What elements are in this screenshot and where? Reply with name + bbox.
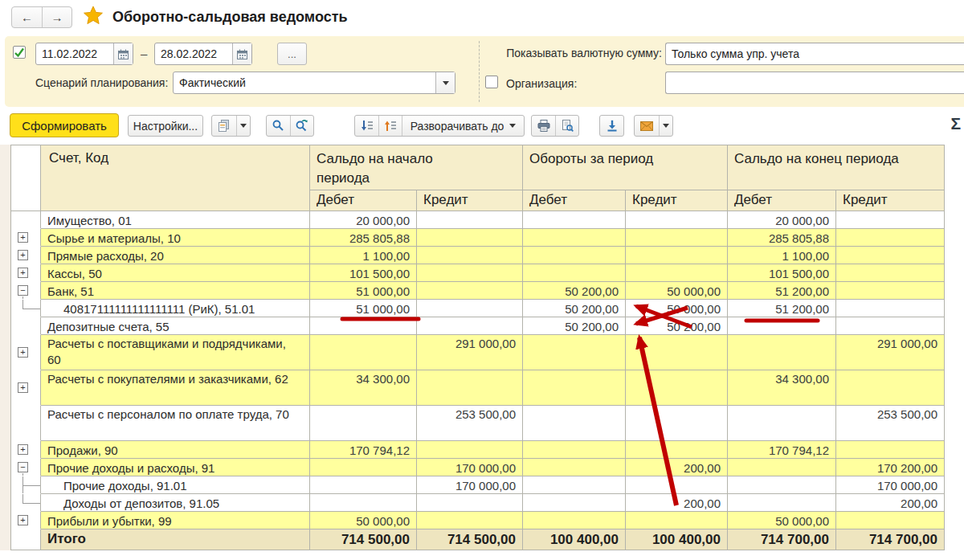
subheader-debit[interactable]: Дебет (523, 190, 626, 211)
forward-button[interactable]: → (42, 7, 71, 27)
cell-balance-end-debit[interactable]: 20 000,00 (728, 211, 836, 229)
cell-turnover-debit[interactable] (523, 476, 626, 494)
cell-balance-end-debit[interactable] (728, 476, 836, 494)
cell-turnover-credit[interactable]: 50 200,00 (626, 317, 728, 335)
account-cell[interactable]: Прибыли и убытки, 99 (41, 512, 310, 529)
report-variants-dropdown[interactable] (236, 116, 250, 136)
cell-balance-end-credit[interactable] (836, 317, 945, 335)
period-checkbox[interactable] (13, 46, 26, 59)
cell-balance-start-debit[interactable]: 20 000,00 (310, 211, 417, 229)
cell-balance-start-debit[interactable]: 101 500,00 (310, 264, 417, 282)
cell-balance-start-debit[interactable] (310, 476, 417, 494)
cell-turnover-debit[interactable] (523, 211, 626, 229)
cell-balance-end-credit[interactable] (836, 247, 945, 264)
column-header-account[interactable]: Счет, Код (41, 145, 310, 211)
print-preview-icon[interactable] (555, 116, 578, 136)
autosum-button[interactable]: Σ (950, 114, 961, 133)
account-cell[interactable]: Прочие доходы и расходы, 91 (41, 459, 310, 476)
cell-balance-start-credit[interactable] (417, 370, 523, 406)
cell-balance-end-credit[interactable]: 200,00 (836, 494, 945, 512)
currency-select[interactable]: Только сумма упр. учета (665, 43, 964, 65)
cell-balance-end-credit[interactable]: 291 000,00 (836, 335, 945, 370)
cell-turnover-credit[interactable] (626, 335, 728, 370)
account-cell[interactable]: Банк, 51 (41, 282, 310, 300)
collapse-toggle-icon[interactable]: − (18, 462, 28, 472)
account-cell[interactable]: 40817111111111111111 (РиК), 51.01 (41, 300, 310, 317)
account-cell[interactable]: Сырье и материалы, 10 (41, 229, 310, 247)
cell-balance-end-debit[interactable]: 285 805,88 (728, 229, 836, 247)
cell-balance-start-debit[interactable]: 1 100,00 (310, 247, 417, 264)
cell-balance-end-credit[interactable] (836, 264, 945, 282)
expand-toggle-icon[interactable]: + (18, 347, 28, 358)
cell-balance-end-debit[interactable]: 51 200,00 (728, 300, 836, 317)
cell-turnover-credit[interactable]: 100 400,00 (626, 529, 728, 550)
cell-turnover-credit[interactable] (626, 211, 728, 229)
period-more-button[interactable]: ... (277, 43, 307, 65)
account-cell[interactable]: Расчеты с покупателями и заказчиками, 62 (41, 370, 310, 406)
cell-turnover-credit[interactable]: 50 000,00 (626, 300, 728, 317)
calendar-icon[interactable] (232, 43, 251, 64)
print-icon[interactable] (532, 116, 555, 136)
cell-balance-start-debit[interactable]: 170 794,12 (310, 441, 417, 459)
email-dropdown[interactable] (659, 116, 672, 136)
cell-balance-start-credit[interactable]: 291 000,00 (417, 335, 523, 370)
cell-balance-start-debit[interactable] (310, 335, 417, 370)
scenario-select[interactable]: Фактический (173, 72, 455, 94)
cell-balance-end-credit[interactable]: 714 700,00 (836, 529, 945, 550)
cell-turnover-debit[interactable] (523, 370, 626, 406)
cell-turnover-credit[interactable] (626, 370, 728, 406)
collapse-toggle-icon[interactable]: − (18, 285, 28, 296)
cell-turnover-credit[interactable] (626, 406, 728, 441)
subheader-credit[interactable]: Кредит (836, 190, 945, 211)
cell-balance-start-credit[interactable] (417, 264, 523, 282)
cell-balance-start-credit[interactable]: 170 000,00 (417, 476, 523, 494)
cell-balance-start-debit[interactable]: 714 500,00 (310, 529, 417, 550)
group-header-balance-start[interactable]: Сальдо на начало периода (310, 145, 523, 190)
cell-turnover-credit[interactable]: 200,00 (626, 494, 728, 512)
cell-balance-end-debit[interactable]: 170 794,12 (728, 441, 836, 459)
email-icon[interactable] (635, 116, 659, 136)
account-cell[interactable]: Имущество, 01 (41, 211, 310, 229)
cell-balance-end-debit[interactable]: 714 700,00 (728, 529, 836, 550)
cell-balance-end-credit[interactable]: 253 500,00 (836, 406, 945, 441)
account-cell[interactable]: Кассы, 50 (41, 264, 310, 282)
search-icon[interactable] (267, 116, 290, 136)
cell-balance-start-debit[interactable] (310, 459, 417, 476)
cell-turnover-debit[interactable]: 100 400,00 (523, 529, 626, 550)
group-header-balance-end[interactable]: Сальдо на конец периода (728, 145, 945, 190)
cell-balance-start-credit[interactable]: 253 500,00 (417, 406, 523, 441)
cell-turnover-debit[interactable]: 50 200,00 (523, 300, 626, 317)
cell-balance-end-credit[interactable] (836, 512, 945, 529)
cell-balance-end-credit[interactable] (836, 211, 945, 229)
cell-balance-start-credit[interactable]: 714 500,00 (417, 529, 523, 550)
account-cell[interactable]: Расчеты с поставщиками и подрядчиками, 6… (41, 335, 310, 370)
cell-balance-end-debit[interactable] (728, 335, 836, 370)
cell-turnover-debit[interactable] (523, 229, 626, 247)
cell-balance-start-credit[interactable] (417, 247, 523, 264)
cell-turnover-debit[interactable] (523, 512, 626, 529)
back-button[interactable]: ← (12, 7, 42, 27)
cell-balance-start-credit[interactable] (417, 229, 523, 247)
cell-turnover-debit[interactable] (523, 494, 626, 512)
cell-balance-end-debit[interactable]: 51 200,00 (728, 282, 836, 300)
cell-turnover-credit[interactable] (626, 247, 728, 264)
cell-balance-start-debit[interactable] (310, 317, 417, 335)
cell-turnover-debit[interactable] (523, 406, 626, 441)
cell-turnover-debit[interactable]: 50 200,00 (523, 282, 626, 300)
cell-turnover-debit[interactable] (523, 441, 626, 459)
save-button[interactable] (599, 115, 624, 137)
expand-toggle-icon[interactable]: + (18, 515, 28, 525)
expand-to-button[interactable]: Разворачивать до (402, 116, 524, 136)
group-header-turnover[interactable]: Обороты за период (523, 145, 728, 190)
cell-balance-end-credit[interactable] (836, 229, 945, 247)
cell-balance-start-debit[interactable] (310, 494, 417, 512)
subheader-credit[interactable]: Кредит (417, 190, 523, 211)
cell-balance-end-credit[interactable] (836, 300, 945, 317)
cell-turnover-credit[interactable] (626, 441, 728, 459)
cell-balance-end-credit[interactable] (836, 370, 945, 406)
settings-button[interactable]: Настройки... (128, 115, 203, 137)
generate-button[interactable]: Сформировать (10, 113, 119, 137)
cell-turnover-debit[interactable] (523, 335, 626, 370)
expand-toggle-icon[interactable]: + (18, 232, 28, 243)
cell-balance-end-debit[interactable]: 1 100,00 (728, 247, 836, 264)
